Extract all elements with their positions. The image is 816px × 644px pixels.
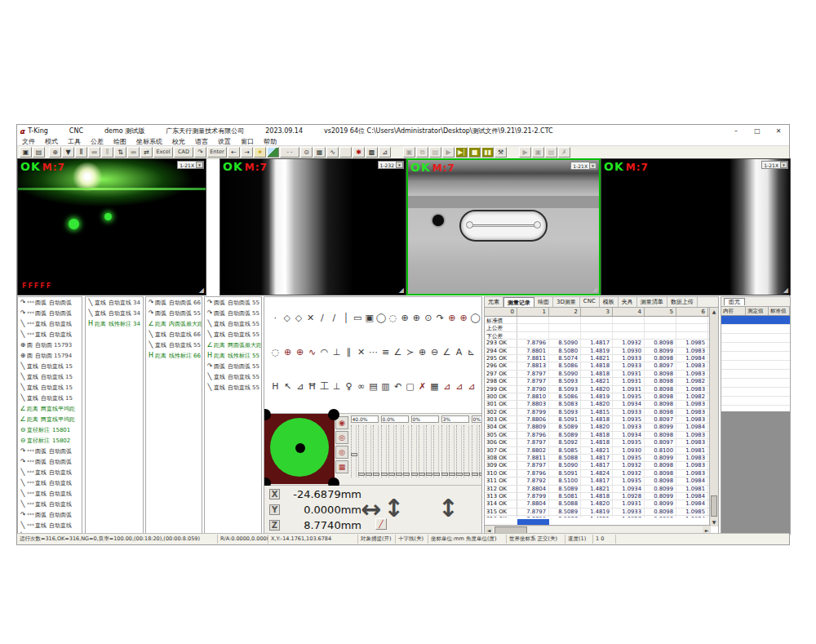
geometry-tool-icon[interactable]: ▦ bbox=[428, 380, 441, 393]
light-slider-thumb[interactable] bbox=[419, 473, 425, 476]
list-item[interactable]: ╲直线自动直线55 bbox=[146, 340, 202, 350]
light-slider[interactable] bbox=[433, 425, 439, 477]
updown-tool-button[interactable]: ⇅ bbox=[114, 147, 126, 158]
magnification-selector[interactable]: 1-21X▾ bbox=[570, 162, 597, 170]
arrow-left-button[interactable]: ← bbox=[228, 147, 240, 158]
tab-夹具[interactable]: 夹具 bbox=[619, 297, 637, 307]
geometry-tool-icon[interactable]: ✕ bbox=[355, 346, 367, 358]
table-row[interactable]: 298 OK7.87978.50931.48211.09310.80981.09… bbox=[485, 378, 718, 385]
geometry-tool-icon[interactable]: H bbox=[269, 380, 282, 393]
table-row[interactable]: 310 OK7.87968.50911.48241.09320.80981.09… bbox=[485, 470, 718, 477]
list-item[interactable]: ╲直线自动直线55 bbox=[205, 382, 261, 393]
light-slider-thumb[interactable] bbox=[381, 473, 388, 476]
geometry-tool-icon[interactable]: ⊿ bbox=[294, 380, 306, 393]
list-item[interactable]: ∠距离内圆弧最大距 bbox=[146, 318, 202, 329]
geometry-tool-icon[interactable]: ⊥ bbox=[330, 346, 343, 358]
element-row[interactable] bbox=[721, 397, 790, 406]
list-item[interactable]: ⊖直径标注15801 bbox=[18, 424, 82, 435]
list-item[interactable]: ∠距离两直线平均距 bbox=[18, 403, 82, 414]
light-slider[interactable] bbox=[396, 425, 401, 477]
arrow-right-button[interactable]: → bbox=[241, 147, 253, 158]
minimize-button[interactable]: – bbox=[725, 127, 747, 135]
pillar-tool-button[interactable]: Ⅱ bbox=[75, 147, 87, 158]
light-slider[interactable] bbox=[411, 425, 417, 477]
tool-x-button[interactable]: ✗ bbox=[558, 147, 570, 158]
light-slider[interactable] bbox=[366, 425, 371, 477]
geometry-tool-icon[interactable]: ∠ bbox=[441, 346, 453, 358]
geometry-tool-icon[interactable]: ⊾ bbox=[465, 346, 477, 358]
light-slider[interactable] bbox=[388, 425, 394, 477]
save-button[interactable]: ▣ bbox=[20, 147, 32, 158]
scroll-thumb[interactable] bbox=[711, 495, 717, 517]
pause-button[interactable]: ▮▮ bbox=[481, 147, 494, 158]
geometry-tool-icon[interactable]: ∕ bbox=[317, 312, 328, 324]
list-item[interactable]: ╲直线自动直线15 bbox=[18, 393, 82, 403]
geometry-tool-icon[interactable]: ⊕ bbox=[294, 346, 306, 358]
geometry-tool-icon[interactable]: ⊕ bbox=[282, 346, 294, 358]
copy-button[interactable]: ⧉ bbox=[416, 147, 428, 158]
geometry-tool-icon[interactable]: ⊙ bbox=[423, 312, 434, 324]
tool-blank2-button[interactable]: ▬ bbox=[127, 147, 140, 158]
light-slider-thumb[interactable] bbox=[411, 473, 418, 476]
open-button[interactable]: ▤ bbox=[33, 147, 45, 158]
geometry-tool-icon[interactable]: ⊿ bbox=[453, 380, 465, 393]
light-slider-thumb[interactable] bbox=[403, 473, 410, 476]
geometry-tool-icon[interactable]: ↖ bbox=[282, 380, 294, 393]
geometry-tool-icon[interactable]: ▭ bbox=[352, 312, 363, 324]
stop-button[interactable]: ■ bbox=[468, 147, 481, 158]
table-row[interactable]: 297 OK7.87978.50901.48181.09310.80981.09… bbox=[485, 371, 718, 378]
geometry-tool-icon[interactable]: ∠ bbox=[392, 346, 404, 358]
table-row[interactable]: 316 OK7.87968.50771.48211.09270.80981.09… bbox=[485, 516, 718, 517]
curve-tool-button[interactable]: ↷ bbox=[194, 147, 206, 158]
table-row[interactable]: 306 OK7.87978.50921.48181.09350.80971.09… bbox=[485, 439, 718, 446]
element-column-header[interactable]: 内容 bbox=[721, 307, 746, 315]
tab-数据上传[interactable]: 数据上传 bbox=[667, 297, 698, 307]
list-item[interactable]: ↷圆弧自动圆弧55 bbox=[205, 361, 261, 371]
table-row[interactable]: 293 OK7.87968.50901.48171.09320.80981.09… bbox=[485, 340, 718, 347]
geometry-tool-icon[interactable]: ∥ bbox=[343, 346, 355, 358]
light-slider[interactable] bbox=[381, 425, 387, 477]
list-item[interactable]: ╲直线自动直线55 bbox=[205, 318, 261, 329]
enter-button-button[interactable]: Enter bbox=[207, 147, 227, 158]
list-item[interactable]: ╲***直线自动直线 bbox=[18, 329, 82, 340]
element-row[interactable] bbox=[721, 370, 790, 379]
table-row[interactable]: 299 OK7.87908.50931.48201.09310.80981.09… bbox=[485, 386, 718, 393]
geometry-tool-icon[interactable]: ▣ bbox=[364, 312, 375, 324]
magnification-selector[interactable]: 1-21X▾ bbox=[761, 161, 788, 169]
column-header[interactable]: 0 bbox=[485, 308, 517, 316]
column-header[interactable]: 3 bbox=[581, 308, 613, 316]
list-item[interactable]: ╲直线自动直线15 bbox=[18, 361, 82, 371]
list-item[interactable]: ╲直线自动直线15 bbox=[18, 371, 82, 382]
list-item[interactable]: ⊖直径标注15802 bbox=[18, 435, 82, 446]
list-item[interactable]: ↷***圆弧自动圆弧 bbox=[18, 446, 82, 456]
table-row[interactable]: 296 OK7.88138.50861.48181.09330.80971.09… bbox=[485, 362, 718, 370]
save2-button[interactable]: ▣ bbox=[403, 147, 415, 158]
camera-view-3[interactable]: OKM:71-21X▾◢ bbox=[406, 158, 601, 295]
table-row[interactable]: 304 OK7.88098.50891.48201.09330.80991.09… bbox=[485, 424, 718, 431]
light-slider-thumb[interactable] bbox=[351, 453, 357, 456]
maximize-button[interactable]: □ bbox=[747, 127, 768, 135]
light-slider[interactable] bbox=[351, 425, 357, 477]
geometry-tool-icon[interactable]: ∿ bbox=[306, 346, 318, 358]
list-item[interactable]: ╲直线自动直线55 bbox=[205, 371, 261, 382]
geometry-tool-icon[interactable]: ⊿ bbox=[465, 380, 477, 393]
table-special-row[interactable]: 上公差 bbox=[485, 324, 718, 331]
list-item[interactable]: ↷***圆弧自动圆弧 bbox=[18, 456, 82, 467]
table-vertical-scrollbar[interactable]: ▲ ▼ bbox=[709, 308, 718, 526]
blank-button[interactable] bbox=[339, 147, 352, 158]
menu-item-设置[interactable]: 设置 bbox=[218, 137, 231, 146]
geometry-tool-icon[interactable]: ◇ bbox=[293, 312, 304, 324]
geometry-tool-icon[interactable]: ▥ bbox=[379, 380, 392, 393]
save3-button[interactable]: ▣ bbox=[532, 147, 544, 158]
geometry-tool-icon[interactable]: ∕ bbox=[328, 312, 339, 324]
list-item[interactable]: ╲***直线自动直线 bbox=[18, 488, 82, 499]
geometry-tool-icon[interactable]: ▢ bbox=[404, 380, 416, 393]
list-item[interactable]: ↷***圆弧自动圆弧 bbox=[18, 297, 82, 308]
menu-item-工具[interactable]: 工具 bbox=[68, 137, 81, 146]
tab-测量清单[interactable]: 测量清单 bbox=[637, 297, 667, 307]
image-button[interactable]: ▦ bbox=[267, 147, 279, 158]
geometry-tool-icon[interactable]: ◯ bbox=[375, 312, 387, 324]
geometry-tool-icon[interactable]: ⊕ bbox=[416, 346, 428, 358]
magnification-selector[interactable]: 1-232▾ bbox=[378, 161, 404, 169]
tool-blank1-button[interactable]: ▬ bbox=[88, 147, 100, 158]
